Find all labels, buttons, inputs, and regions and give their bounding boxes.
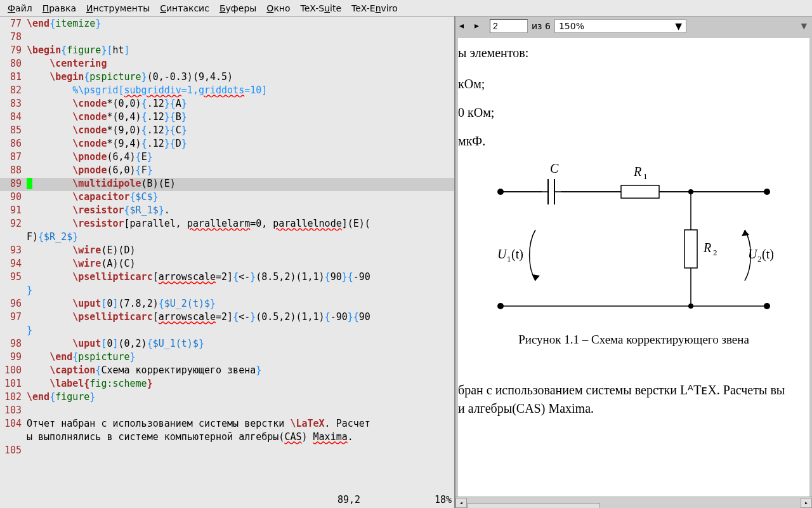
svg-rect-16 xyxy=(684,230,697,268)
current-line[interactable]: 89 \multidipole(B)(E) xyxy=(0,178,454,191)
line-number: 78 xyxy=(0,31,27,44)
preview-content[interactable]: ы элементов: кОм; 0 кОм; мкФ. xyxy=(455,36,812,497)
menu-window[interactable]: Окно xyxy=(261,2,295,15)
menu-syntax[interactable]: Синтаксис xyxy=(155,2,214,15)
scroll-percent: 18% xyxy=(414,494,452,508)
circuit-figure: C R 1 R 2 U 1 (t) U 2 (t) xyxy=(481,160,786,325)
line-number: 84 xyxy=(0,111,27,124)
line-number: 85 xyxy=(0,124,27,138)
chevron-down-icon: ▼ xyxy=(675,21,682,31)
line-number xyxy=(0,284,27,298)
svg-text:2: 2 xyxy=(757,254,762,264)
menu-edit[interactable]: Правка xyxy=(37,2,81,15)
line-number: 89 xyxy=(0,178,27,191)
preview-toolbar: ◂ ▸ из 6 150% ▼ ▼ xyxy=(455,17,812,36)
line-number: 83 xyxy=(0,98,27,111)
menu-file-label: айл xyxy=(15,3,32,13)
menu-bar: Файл Правка Инструменты Синтаксис Буферы… xyxy=(0,0,812,17)
pdf-text: ы элементов: xyxy=(458,46,809,60)
pdf-text: и алгебры(CAS) Maxima. xyxy=(458,401,809,416)
menu-texsuite[interactable]: TeX-Suite xyxy=(296,2,347,15)
horizontal-scrollbar[interactable]: ◂ ▸ xyxy=(455,497,812,508)
line-number: 94 xyxy=(0,258,27,271)
scroll-thumb[interactable] xyxy=(467,503,600,509)
svg-text:(t): (t) xyxy=(511,247,523,262)
line-number: 95 xyxy=(0,271,27,284)
line-number: 92 xyxy=(0,218,27,231)
line-number xyxy=(0,431,27,444)
line-number: 93 xyxy=(0,244,27,258)
zoom-select[interactable]: 150% ▼ xyxy=(554,19,686,33)
preview-pane: ◂ ▸ из 6 150% ▼ ▼ ы элементов: кОм; 0 кО… xyxy=(455,17,812,508)
label-U2: U xyxy=(748,247,758,261)
editor-pane[interactable]: 77\end{itemize} 78 79\begin{figure}[ht] … xyxy=(0,17,454,508)
line-number: 77 xyxy=(0,18,27,31)
cursor-position: 89,2 xyxy=(337,494,414,508)
line-number: 99 xyxy=(0,351,27,364)
line-number: 96 xyxy=(0,298,27,311)
scroll-right-icon[interactable]: ▸ xyxy=(801,498,812,508)
toolbar-menu-icon[interactable]: ▼ xyxy=(801,22,807,30)
label-R2: R xyxy=(703,241,711,255)
line-number: 88 xyxy=(0,164,27,178)
cursor xyxy=(27,178,32,189)
label-U1: U xyxy=(497,247,508,261)
figure-caption: Рисунок 1.1 – Схема корректирующего звен… xyxy=(458,333,809,347)
line-number: 81 xyxy=(0,71,27,84)
line-number: 91 xyxy=(0,204,27,218)
svg-text:1: 1 xyxy=(643,171,648,181)
label-R1: R xyxy=(633,164,641,178)
page-total-label: из 6 xyxy=(532,21,551,31)
line-number xyxy=(0,231,27,244)
svg-marker-19 xyxy=(742,230,749,236)
zoom-value: 150% xyxy=(559,21,584,31)
menu-tools[interactable]: Инструменты xyxy=(81,2,155,15)
pdf-text: 0 кОм; xyxy=(458,105,809,120)
line-number: 98 xyxy=(0,338,27,351)
line-number: 101 xyxy=(0,378,27,391)
pdf-page: ы элементов: кОм; 0 кОм; мкФ. xyxy=(458,38,809,497)
menu-buffers[interactable]: Буферы xyxy=(214,2,261,15)
line-number: 90 xyxy=(0,191,27,204)
svg-text:1: 1 xyxy=(507,254,511,264)
line-number: 102 xyxy=(0,391,27,404)
line-number xyxy=(0,324,27,338)
prev-page-icon[interactable]: ◂ xyxy=(459,20,471,32)
pdf-text: бран с использованием системы верстки Lᴬ… xyxy=(458,382,809,398)
line-number: 104 xyxy=(0,418,27,431)
line-number: 82 xyxy=(0,84,27,98)
line-number: 100 xyxy=(0,364,27,378)
svg-text:2: 2 xyxy=(713,248,717,257)
next-page-icon[interactable]: ▸ xyxy=(475,20,486,32)
svg-point-5 xyxy=(764,303,770,309)
line-number: 80 xyxy=(0,58,27,71)
svg-text:(t): (t) xyxy=(762,247,774,262)
page-number-input[interactable] xyxy=(490,19,528,33)
status-line: 89,2 18% xyxy=(0,494,454,508)
scroll-left-icon[interactable]: ◂ xyxy=(455,498,467,508)
line-number: 103 xyxy=(0,404,27,418)
label-C: C xyxy=(550,161,559,175)
svg-point-4 xyxy=(497,303,504,309)
menu-file[interactable]: Файл xyxy=(3,2,37,15)
line-number: 86 xyxy=(0,138,27,151)
menu-texenv[interactable]: TeX-Enviro xyxy=(346,2,403,15)
line-number: 79 xyxy=(0,44,27,58)
line-number: 105 xyxy=(0,444,27,458)
code-area[interactable]: 77\end{itemize} 78 79\begin{figure}[ht] … xyxy=(0,17,454,494)
pdf-text: мкФ. xyxy=(458,134,809,149)
line-number: 97 xyxy=(0,311,27,324)
pdf-text: кОм; xyxy=(458,77,809,91)
line-number: 87 xyxy=(0,151,27,164)
svg-rect-13 xyxy=(621,185,659,198)
